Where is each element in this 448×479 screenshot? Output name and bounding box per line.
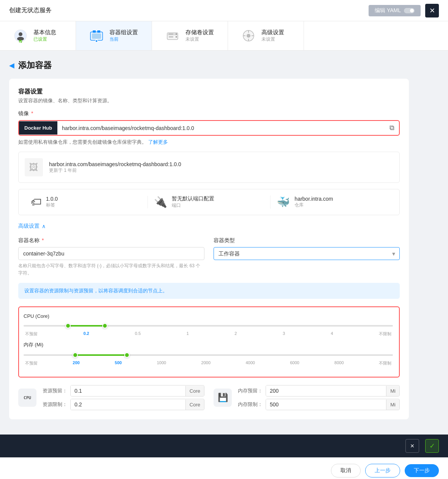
tag-key: 标签 (46, 202, 58, 208)
memory-icon: 💾 (214, 389, 232, 407)
cpu-reserve-input[interactable] (71, 385, 185, 396)
step-basic-text: 基本信息 已设置 (33, 29, 56, 43)
meta-registry: 🐳 harbor.intra.com 仓库 (271, 196, 393, 208)
registry-icon: 🐳 (277, 196, 290, 208)
back-title: 添加容器 (18, 60, 52, 71)
container-name-hint: 名称只能包含小写字母、数字和连字符 (-)，必须以小写字母或数字开头和结尾，最长… (18, 262, 204, 277)
memory-resource-group: 💾 内存预留： Mi 内存限制： Mi (214, 385, 400, 410)
advanced-label: 高级设置 (18, 223, 40, 230)
memory-slider-track[interactable] (24, 351, 393, 359)
cancel-action-button[interactable]: × (405, 439, 419, 453)
step-storage[interactable]: 存储卷设置 未设置 (152, 21, 228, 50)
form-col-type: 容器类型 工作容器 初始化容器 ▾ (214, 237, 400, 277)
cpu-slider-track[interactable] (24, 322, 393, 330)
container-name-input[interactable] (18, 247, 204, 260)
svg-rect-6 (93, 30, 96, 33)
cpu-limit-unit: Core (185, 400, 204, 410)
step-basic-icon (12, 27, 29, 44)
image-meta-row: 🏷 1.0.0 标签 🔌 暂无默认端口配置 端口 🐳 harbor.intra.… (18, 189, 400, 215)
memory-thumb-right[interactable] (124, 352, 130, 358)
step-container[interactable]: 容器组设置 当前 (76, 21, 152, 50)
image-result-name: harbor.intra.com/baseimages/rocketmq-das… (49, 161, 181, 167)
memory-fields: 内存预留： Mi 内存限制： Mi (238, 385, 400, 410)
resource-banner: 设置容器的资源限制与资源预留，以将容器调度到合适的节点上。 (18, 283, 400, 299)
cpu-slider-row: CPU (Core) 不预留 0.2 0.5 1 2 3 4 不 (24, 313, 393, 337)
image-input-row: Docker Hub ⧉ (18, 120, 400, 136)
step-basic[interactable]: 基本信息 已设置 (0, 21, 76, 50)
step-advanced-icon (240, 27, 257, 44)
form-col-name: 容器名称 * 名称只能包含小写字母、数字和连字符 (-)，必须以小写字母或数字开… (18, 237, 204, 277)
step-advanced-text: 高级设置 未设置 (261, 29, 284, 43)
docker-hub-badge: Docker Hub (19, 121, 57, 135)
mem-limit-input[interactable] (266, 399, 386, 410)
container-name-label: 容器名称 * (18, 237, 204, 244)
mem-limit-label: 内存限制： (238, 401, 263, 408)
copy-icon[interactable]: ⧉ (385, 121, 399, 135)
cpu-reserve-label: 资源预留： (43, 387, 67, 394)
back-header: ◀ 添加容器 (9, 60, 409, 71)
steps-bar: 基本信息 已设置 容器组设置 当前 (0, 21, 448, 51)
memory-icon-label: 💾 (218, 393, 228, 403)
cpu-thumb-left[interactable] (65, 323, 71, 328)
step-container-text: 容器组设置 当前 (109, 29, 138, 43)
confirm-action-button[interactable]: ✓ (425, 439, 439, 453)
card-title: 容器设置 (18, 88, 400, 96)
cpu-track (24, 325, 393, 327)
cpu-limit-input-wrapper: Core (70, 399, 204, 410)
yaml-toggle (404, 8, 415, 13)
cancel-button[interactable]: 取消 (331, 464, 361, 477)
memory-thumb-left[interactable] (73, 352, 78, 358)
memory-track (24, 354, 393, 356)
required-mark: * (31, 110, 33, 116)
port-icon: 🔌 (154, 196, 167, 208)
card-subtitle: 设置容器的镜像、名称、类型和计算资源。 (18, 97, 400, 104)
port-value: 暂无默认端口配置 (172, 195, 214, 202)
tag-icon: 🏷 (31, 196, 41, 208)
memory-slider-label: 内存 (Mi) (24, 341, 393, 348)
cpu-thumb-right[interactable] (102, 323, 108, 328)
back-arrow-icon[interactable]: ◀ (9, 61, 14, 70)
svg-point-8 (95, 40, 98, 42)
container-type-select[interactable]: 工作容器 初始化容器 (214, 247, 400, 260)
cpu-reserve-row: 资源预留： Core (43, 385, 204, 397)
edit-yaml-button[interactable]: 编辑 YAML (369, 5, 421, 16)
chevron-up-icon: ∧ (42, 223, 46, 229)
close-icon: ✕ (429, 6, 435, 15)
image-input[interactable] (57, 121, 385, 135)
mem-reserve-row: 内存预留： Mi (238, 385, 400, 397)
mem-reserve-input[interactable] (266, 385, 386, 396)
meta-port: 🔌 暂无默认端口配置 端口 (148, 195, 271, 209)
image-result: 🖼 harbor.intra.com/baseimages/rocketmq-d… (18, 152, 400, 183)
advanced-toggle[interactable]: 高级设置 ∧ (18, 223, 400, 230)
svg-point-1 (19, 32, 22, 36)
mem-reserve-label: 内存预留： (238, 387, 263, 394)
cpu-reserve-input-wrapper: Core (70, 385, 204, 397)
svg-point-11 (176, 33, 177, 35)
meta-tag: 🏷 1.0.0 标签 (25, 196, 148, 208)
close-button[interactable]: ✕ (425, 4, 439, 17)
step-storage-icon (164, 27, 181, 44)
cpu-icon-label: CPU (24, 395, 31, 400)
mem-reserve-unit: Mi (386, 386, 399, 396)
container-settings-card: 容器设置 设置容器的镜像、名称、类型和计算资源。 镜像 * Docker Hub… (9, 79, 409, 419)
mem-limit-unit: Mi (386, 400, 399, 410)
cpu-limit-label: 资源限制： (43, 401, 67, 408)
tag-value: 1.0.0 (46, 196, 58, 202)
top-bar-actions: 编辑 YAML ✕ (369, 4, 439, 17)
next-button[interactable]: 下一步 (405, 464, 439, 477)
cpu-limit-row: 资源限制： Core (43, 399, 204, 410)
image-label: 镜像 * (18, 110, 400, 117)
footer-bar: 取消 上一步 下一步 (0, 457, 448, 479)
page-title: 创建无状态服务 (9, 6, 52, 14)
step-advanced[interactable]: 高级设置 未设置 (228, 21, 304, 50)
prev-button[interactable]: 上一步 (365, 464, 400, 477)
cpu-resource-group: CPU 资源预留： Core 资源限制： Core (18, 385, 204, 410)
confirm-icon: ✓ (429, 442, 435, 450)
image-hint: 如需使用私有镜像仓库，您需要先创建镜像仓库保密字典。 了解更多 (18, 139, 400, 146)
learn-more-link[interactable]: 了解更多 (148, 139, 168, 145)
svg-rect-13 (169, 33, 173, 35)
image-info: harbor.intra.com/baseimages/rocketmq-das… (49, 161, 181, 174)
cpu-limit-input[interactable] (71, 399, 185, 410)
container-type-label: 容器类型 (214, 237, 400, 244)
form-row-name-type: 容器名称 * 名称只能包含小写字母、数字和连字符 (-)，必须以小写字母或数字开… (18, 237, 400, 277)
